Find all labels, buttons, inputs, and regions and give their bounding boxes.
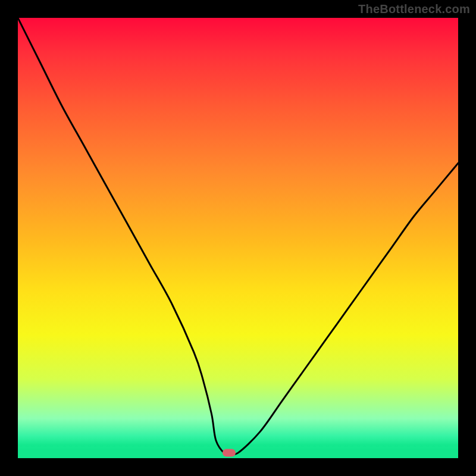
optimal-point-marker xyxy=(223,449,236,457)
curve-svg xyxy=(18,18,458,458)
bottleneck-curve xyxy=(18,18,458,455)
chart-frame: TheBottleneck.com xyxy=(0,0,476,476)
plot-area xyxy=(18,18,458,458)
watermark-text: TheBottleneck.com xyxy=(358,2,470,16)
